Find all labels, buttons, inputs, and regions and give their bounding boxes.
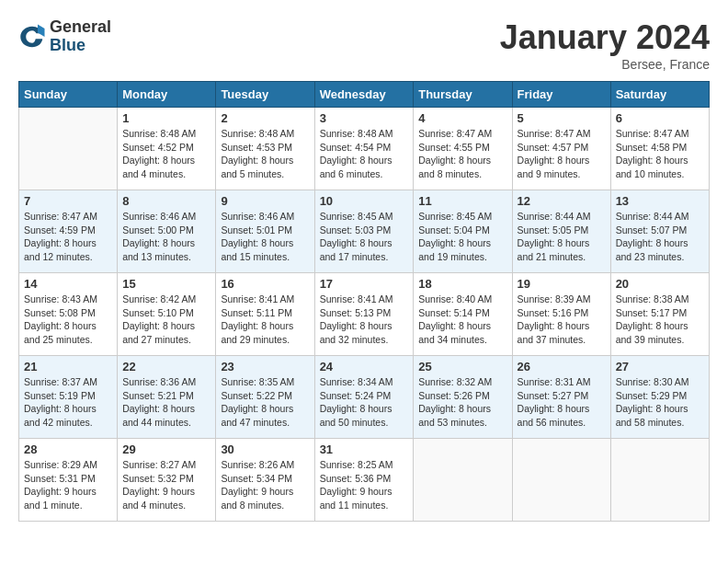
day-info: Sunrise: 8:48 AM Sunset: 4:54 PM Dayligh… — [320, 127, 409, 181]
day-info: Sunrise: 8:37 AM Sunset: 5:19 PM Dayligh… — [24, 375, 112, 430]
logo-general-text: General — [50, 18, 111, 37]
calendar-cell: 27Sunrise: 8:30 AM Sunset: 5:29 PM Dayli… — [610, 356, 709, 439]
day-number: 13 — [616, 194, 704, 208]
calendar-table: SundayMondayTuesdayWednesdayThursdayFrid… — [18, 81, 710, 522]
day-info: Sunrise: 8:47 AM Sunset: 4:55 PM Dayligh… — [418, 127, 506, 181]
logo: General Blue — [18, 18, 111, 55]
day-number: 11 — [418, 194, 506, 208]
calendar-cell: 1Sunrise: 8:48 AM Sunset: 4:52 PM Daylig… — [118, 108, 216, 190]
calendar-cell: 9Sunrise: 8:46 AM Sunset: 5:01 PM Daylig… — [216, 190, 314, 273]
day-info: Sunrise: 8:44 AM Sunset: 5:05 PM Dayligh… — [518, 210, 606, 264]
day-number: 27 — [616, 360, 704, 373]
calendar-cell: 26Sunrise: 8:31 AM Sunset: 5:27 PM Dayli… — [512, 356, 610, 439]
day-number: 8 — [122, 194, 210, 208]
day-info: Sunrise: 8:47 AM Sunset: 4:59 PM Dayligh… — [24, 210, 112, 264]
day-number: 9 — [221, 194, 309, 208]
week-row-4: 21Sunrise: 8:37 AM Sunset: 5:19 PM Dayli… — [19, 356, 710, 439]
day-number: 19 — [518, 277, 606, 291]
calendar-cell: 6Sunrise: 8:47 AM Sunset: 4:58 PM Daylig… — [610, 108, 709, 190]
day-info: Sunrise: 8:43 AM Sunset: 5:08 PM Dayligh… — [24, 293, 112, 347]
day-number: 6 — [616, 111, 704, 125]
day-number: 26 — [518, 360, 606, 373]
calendar-cell: 23Sunrise: 8:35 AM Sunset: 5:22 PM Dayli… — [216, 356, 314, 439]
day-number: 22 — [122, 360, 210, 373]
day-info: Sunrise: 8:35 AM Sunset: 5:22 PM Dayligh… — [221, 375, 309, 430]
calendar-cell: 31Sunrise: 8:25 AM Sunset: 5:36 PM Dayli… — [314, 439, 414, 522]
calendar-cell: 20Sunrise: 8:38 AM Sunset: 5:17 PM Dayli… — [610, 273, 709, 356]
calendar-cell: 10Sunrise: 8:45 AM Sunset: 5:03 PM Dayli… — [314, 190, 414, 273]
day-number: 17 — [320, 277, 409, 291]
calendar-cell: 13Sunrise: 8:44 AM Sunset: 5:07 PM Dayli… — [610, 190, 709, 273]
day-info: Sunrise: 8:47 AM Sunset: 4:57 PM Dayligh… — [518, 127, 606, 181]
day-info: Sunrise: 8:48 AM Sunset: 4:53 PM Dayligh… — [221, 127, 309, 181]
day-info: Sunrise: 8:47 AM Sunset: 4:58 PM Dayligh… — [616, 127, 704, 181]
day-number: 15 — [122, 277, 210, 291]
day-number: 28 — [24, 442, 112, 456]
week-row-3: 14Sunrise: 8:43 AM Sunset: 5:08 PM Dayli… — [19, 273, 710, 356]
day-info: Sunrise: 8:38 AM Sunset: 5:17 PM Dayligh… — [616, 293, 704, 347]
day-number: 16 — [221, 277, 309, 291]
weekday-header-sunday: Sunday — [19, 82, 118, 108]
calendar-cell: 2Sunrise: 8:48 AM Sunset: 4:53 PM Daylig… — [216, 108, 314, 190]
calendar-cell: 3Sunrise: 8:48 AM Sunset: 4:54 PM Daylig… — [314, 108, 414, 190]
calendar-cell: 5Sunrise: 8:47 AM Sunset: 4:57 PM Daylig… — [512, 108, 610, 190]
day-info: Sunrise: 8:41 AM Sunset: 5:13 PM Dayligh… — [320, 293, 409, 347]
day-info: Sunrise: 8:26 AM Sunset: 5:34 PM Dayligh… — [221, 458, 309, 512]
calendar-cell: 28Sunrise: 8:29 AM Sunset: 5:31 PM Dayli… — [19, 439, 118, 522]
day-number: 5 — [518, 111, 606, 125]
weekday-header-saturday: Saturday — [610, 82, 709, 108]
weekday-header-row: SundayMondayTuesdayWednesdayThursdayFrid… — [19, 82, 710, 108]
calendar-cell: 4Sunrise: 8:47 AM Sunset: 4:55 PM Daylig… — [414, 108, 512, 190]
week-row-2: 7Sunrise: 8:47 AM Sunset: 4:59 PM Daylig… — [19, 190, 710, 273]
weekday-header-wednesday: Wednesday — [314, 82, 414, 108]
day-info: Sunrise: 8:39 AM Sunset: 5:16 PM Dayligh… — [518, 293, 606, 347]
day-number: 4 — [418, 111, 506, 125]
day-info: Sunrise: 8:46 AM Sunset: 5:00 PM Dayligh… — [122, 210, 210, 264]
calendar-cell — [19, 108, 118, 190]
day-number: 18 — [418, 277, 506, 291]
day-info: Sunrise: 8:41 AM Sunset: 5:11 PM Dayligh… — [221, 293, 309, 347]
day-number: 3 — [320, 111, 409, 125]
calendar-cell: 12Sunrise: 8:44 AM Sunset: 5:05 PM Dayli… — [512, 190, 610, 273]
calendar-cell: 18Sunrise: 8:40 AM Sunset: 5:14 PM Dayli… — [414, 273, 512, 356]
calendar-cell: 25Sunrise: 8:32 AM Sunset: 5:26 PM Dayli… — [414, 356, 512, 439]
day-number: 10 — [320, 194, 409, 208]
day-info: Sunrise: 8:44 AM Sunset: 5:07 PM Dayligh… — [616, 210, 704, 264]
day-info: Sunrise: 8:45 AM Sunset: 5:03 PM Dayligh… — [320, 210, 409, 264]
day-number: 23 — [221, 360, 309, 373]
calendar-cell: 14Sunrise: 8:43 AM Sunset: 5:08 PM Dayli… — [19, 273, 118, 356]
calendar-cell: 21Sunrise: 8:37 AM Sunset: 5:19 PM Dayli… — [19, 356, 118, 439]
logo-text: General Blue — [50, 18, 111, 55]
calendar-cell — [512, 439, 610, 522]
calendar-cell: 24Sunrise: 8:34 AM Sunset: 5:24 PM Dayli… — [314, 356, 414, 439]
weekday-header-tuesday: Tuesday — [216, 82, 314, 108]
day-number: 21 — [24, 360, 112, 373]
calendar-cell: 19Sunrise: 8:39 AM Sunset: 5:16 PM Dayli… — [512, 273, 610, 356]
day-number: 29 — [122, 442, 210, 456]
day-info: Sunrise: 8:36 AM Sunset: 5:21 PM Dayligh… — [122, 375, 210, 430]
day-number: 30 — [221, 442, 309, 456]
title-area: January 2024 Bersee, France — [500, 18, 710, 72]
day-info: Sunrise: 8:34 AM Sunset: 5:24 PM Dayligh… — [320, 375, 409, 430]
day-info: Sunrise: 8:42 AM Sunset: 5:10 PM Dayligh… — [122, 293, 210, 347]
day-info: Sunrise: 8:32 AM Sunset: 5:26 PM Dayligh… — [418, 375, 506, 430]
calendar-cell — [610, 439, 709, 522]
calendar-cell: 11Sunrise: 8:45 AM Sunset: 5:04 PM Dayli… — [414, 190, 512, 273]
calendar-cell: 7Sunrise: 8:47 AM Sunset: 4:59 PM Daylig… — [19, 190, 118, 273]
day-number: 12 — [518, 194, 606, 208]
weekday-header-monday: Monday — [118, 82, 216, 108]
day-number: 7 — [24, 194, 112, 208]
day-number: 24 — [320, 360, 409, 373]
day-info: Sunrise: 8:46 AM Sunset: 5:01 PM Dayligh… — [221, 210, 309, 264]
day-number: 31 — [320, 442, 409, 456]
week-row-1: 1Sunrise: 8:48 AM Sunset: 4:52 PM Daylig… — [19, 108, 710, 190]
month-title: January 2024 — [500, 18, 710, 57]
week-row-5: 28Sunrise: 8:29 AM Sunset: 5:31 PM Dayli… — [19, 439, 710, 522]
calendar-cell: 16Sunrise: 8:41 AM Sunset: 5:11 PM Dayli… — [216, 273, 314, 356]
calendar-cell: 8Sunrise: 8:46 AM Sunset: 5:00 PM Daylig… — [118, 190, 216, 273]
logo-icon — [18, 23, 46, 51]
calendar-cell: 15Sunrise: 8:42 AM Sunset: 5:10 PM Dayli… — [118, 273, 216, 356]
location: Bersee, France — [500, 57, 710, 72]
day-info: Sunrise: 8:30 AM Sunset: 5:29 PM Dayligh… — [616, 375, 704, 430]
day-number: 2 — [221, 111, 309, 125]
